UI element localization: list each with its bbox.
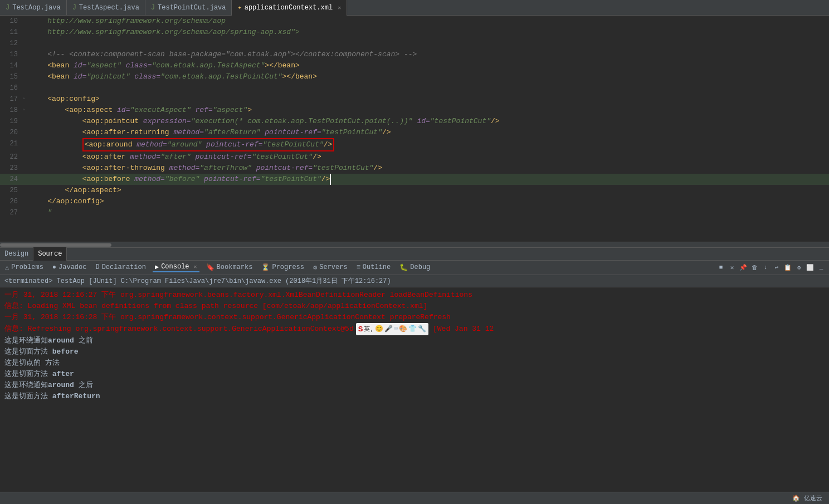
line-content: <aop:before method="before" pointcut-ref… [30, 174, 829, 185]
console-tab-javadoc[interactable]: ● Javadoc [50, 263, 89, 271]
line-indicator: ◦ [22, 94, 30, 105]
scroll-icon[interactable]: ↓ [760, 262, 771, 272]
stop-icon[interactable]: ■ [716, 262, 726, 272]
line-content: " [30, 207, 829, 218]
line-number: 26 [0, 196, 22, 207]
pin-icon[interactable]: 📌 [738, 262, 748, 272]
javadoc-icon: ● [52, 263, 56, 271]
java-icon: J [6, 4, 9, 12]
sougou-toolbar: S 英, 😊 🎤 ⌨ 🎨 👕 🔧 [356, 323, 429, 335]
code-line-24: 24 <aop:before method="before" pointcut-… [0, 174, 829, 185]
code-line-23: 23 <aop:after-throwing method="afterThro… [0, 163, 829, 174]
tab-testaspect[interactable]: J TestAspect.java [67, 0, 145, 16]
console-output-line: 信息: Refreshing org.springframework.conte… [4, 323, 825, 335]
java-icon: J [151, 4, 155, 12]
line-content: <aop:config> [30, 94, 829, 105]
console-output-line: 这是切面方法 after [4, 369, 825, 380]
bookmark-icon: 🔖 [206, 263, 214, 272]
line-number: 24 [0, 174, 22, 185]
console-tab-console[interactable]: ▶ Console ✕ [153, 263, 199, 272]
tab-label: TestPointCut.java [158, 4, 226, 12]
tab-label: Declaration [102, 263, 146, 271]
code-content[interactable]: 10 http://www.springframework.org/schema… [0, 16, 829, 242]
line-number: 22 [0, 151, 22, 163]
sougou-shirt-icon: 👕 [408, 324, 417, 335]
tab-label: Bookmarks [217, 263, 253, 271]
word-wrap-icon[interactable]: ↩ [772, 262, 782, 272]
debug-icon: 🐛 [399, 263, 408, 272]
clear-icon[interactable]: 🗑 [749, 262, 759, 272]
close-console-icon[interactable]: ✕ [727, 262, 737, 272]
warning-icon: ⚠ [5, 263, 9, 272]
line-number: 19 [0, 116, 22, 127]
console-output-line: 这是环绕通知around 之前 [4, 335, 825, 346]
code-line-17: 17 ◦ <aop:config> [0, 94, 829, 105]
maximize-icon[interactable]: ⬜ [805, 262, 815, 272]
console-output[interactable]: 一月 31, 2018 12:16:27 下午 org.springframew… [0, 287, 829, 492]
console-tab-servers[interactable]: ⚙ Servers [311, 263, 350, 272]
tab-label: Console [161, 263, 189, 271]
tab-design[interactable]: Design [0, 247, 33, 261]
editor-scrollbar-thumb[interactable] [0, 243, 111, 247]
tab-label: Debug [410, 263, 430, 271]
tab-label: Servers [319, 263, 347, 271]
console-output-line: 这是切面方法 before [4, 346, 825, 358]
code-line-16: 16 [0, 82, 829, 94]
line-content: </aop:aspect> [30, 185, 829, 196]
line-content: <aop:pointcut expression="execution(* co… [30, 116, 829, 127]
editor-scrollbar[interactable] [0, 242, 829, 247]
console-text-end: [Wed Jan 31 12 [428, 324, 494, 335]
declaration-icon: D [95, 263, 99, 271]
code-line-11: 11 http://www.springframework.org/schema… [0, 27, 829, 38]
console-output-line: 这是切点的 方法 [4, 358, 825, 369]
sougou-skin-icon: 🎨 [399, 324, 407, 335]
console-tab-outline[interactable]: ≡ Outline [354, 263, 393, 271]
line-number: 15 [0, 71, 22, 82]
sougou-emoji-icon: 😊 [375, 324, 383, 335]
code-line-18: 18 ◦ <aop:aspect id="executAspect" ref="… [0, 105, 829, 116]
console-status-bar: <terminated> TestAop [JUnit] C:\Program … [0, 275, 829, 287]
line-content: http://www.springframework.org/schema/ao… [30, 27, 829, 38]
tab-bar: J TestAop.java J TestAspect.java J TestP… [0, 0, 829, 16]
tab-label: Javadoc [58, 263, 86, 271]
console-tab-progress[interactable]: ⏳ Progress [259, 263, 306, 272]
code-line-15: 15 <bean id="pointcut" class="com.etoak.… [0, 71, 829, 82]
tab-source[interactable]: Source [33, 247, 67, 261]
copy-icon[interactable]: 📋 [783, 262, 793, 272]
line-number: 14 [0, 60, 22, 71]
line-content: <bean id="pointcut" class="com.etoak.aop… [30, 71, 829, 82]
line-number: 23 [0, 163, 22, 174]
close-icon[interactable]: ✕ [194, 263, 197, 270]
line-content: <aop:aspect id="executAspect" ref="aspec… [30, 105, 829, 116]
console-tab-problems[interactable]: ⚠ Problems [3, 263, 46, 272]
tab-testaop[interactable]: J TestAop.java [0, 0, 67, 16]
xml-icon: ✦ [237, 3, 241, 12]
tab-label: Problems [11, 263, 43, 271]
line-content: <aop:after-throwing method="afterThrow" … [30, 163, 829, 174]
sougou-mic-icon: 🎤 [384, 324, 393, 335]
code-line-19: 19 <aop:pointcut expression="execution(*… [0, 116, 829, 127]
code-line-13: 13 <!-- <contex:component-scan base-pack… [0, 49, 829, 60]
tab-label: applicationContext.xml [245, 4, 333, 12]
console-tab-debug[interactable]: 🐛 Debug [397, 263, 432, 272]
tab-label: Progress [272, 263, 304, 271]
line-number: 25 [0, 185, 22, 196]
status-brand: 🏠 亿速云 [790, 494, 825, 502]
line-content: <aop:around method="around" pointcut-ref… [30, 138, 829, 151]
close-icon[interactable]: ✕ [338, 4, 341, 11]
outline-icon: ≡ [357, 263, 360, 271]
tab-applicationcontext[interactable]: ✦ applicationContext.xml ✕ [232, 0, 347, 16]
code-line-26: 26 </aop:config> [0, 196, 829, 207]
console-tab-declaration[interactable]: D Declaration [93, 263, 148, 271]
console-tab-bookmarks[interactable]: 🔖 Bookmarks [204, 263, 255, 272]
code-line-21: 21 <aop:around method="around" pointcut-… [0, 138, 829, 151]
line-number: 17 [0, 94, 22, 105]
minimize-icon[interactable]: _ [816, 262, 826, 272]
tab-testpointcut[interactable]: J TestPointCut.java [145, 0, 232, 16]
settings-icon[interactable]: ⚙ [794, 262, 804, 272]
code-line-27: 27 " [0, 207, 829, 218]
status-text: <terminated> TestAop [JUnit] C:\Program … [4, 277, 391, 285]
console-output-line: 一月 31, 2018 12:16:27 下午 org.springframew… [4, 290, 825, 301]
console-output-line: 信息: Loading XML bean definitions from cl… [4, 301, 825, 312]
status-bar: 🏠 亿速云 [0, 492, 829, 504]
